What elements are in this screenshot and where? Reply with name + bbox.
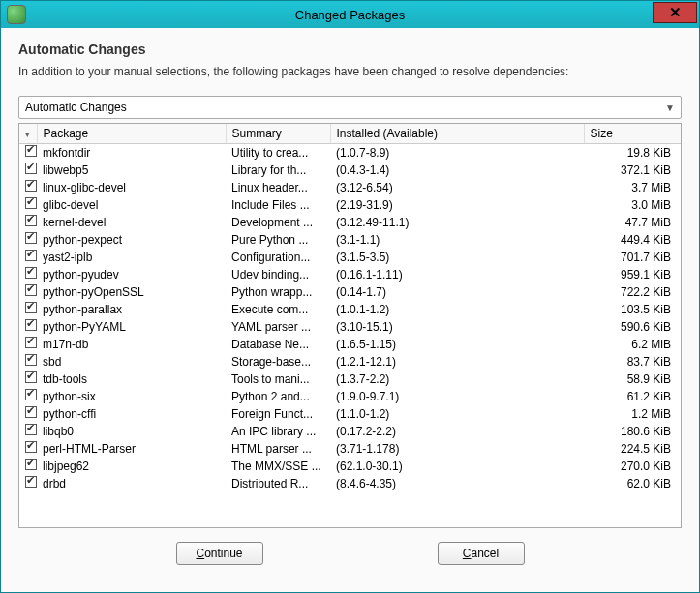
cell-summary: Pure Python ... [226, 231, 330, 249]
install-status-icon [25, 163, 37, 174]
cell-summary: Execute com... [226, 301, 330, 318]
table-row[interactable]: libwebp5Library for th...(0.4.3-1.4)372.… [19, 162, 681, 179]
cell-size: 62.0 KiB [584, 475, 681, 492]
install-status-icon [25, 232, 37, 244]
app-icon [7, 5, 26, 24]
cell-package: python-pyudev [37, 266, 226, 283]
cell-summary: Python 2 and... [226, 388, 330, 405]
cell-installed: (1.2.1-12.1) [330, 353, 584, 371]
cell-summary: Storage-base... [226, 353, 330, 371]
cell-package: libjpeg62 [37, 458, 226, 475]
cell-package: python-pexpect [37, 231, 226, 249]
cancel-rest: ancel [471, 547, 499, 560]
cell-installed: (8.4.6-4.35) [330, 475, 584, 492]
column-header-installed[interactable]: Installed (Available) [330, 124, 584, 144]
table-row[interactable]: libqb0An IPC library ...(0.17.2-2.2)180.… [19, 423, 681, 440]
table-row[interactable]: python-sixPython 2 and...(1.9.0-9.7.1)61… [19, 388, 681, 405]
table-row[interactable]: python-pyudevUdev binding...(0.16.1-1.11… [19, 266, 681, 283]
table-row[interactable]: m17n-dbDatabase Ne...(1.6.5-1.15)6.2 MiB [19, 336, 681, 353]
column-header-summary[interactable]: Summary [226, 124, 330, 144]
table-row[interactable]: drbdDistributed R...(8.4.6-4.35)62.0 KiB [19, 475, 681, 492]
titlebar[interactable]: Changed Packages ✕ [1, 1, 699, 28]
column-header-size[interactable]: Size [584, 124, 681, 144]
cell-package: kernel-devel [37, 214, 226, 231]
cell-installed: (1.1.0-1.2) [330, 405, 584, 423]
cell-size: 959.1 KiB [584, 266, 681, 283]
cell-package: m17n-db [37, 336, 226, 353]
install-status-icon [25, 267, 37, 279]
cell-size: 103.5 KiB [584, 301, 681, 318]
cell-size: 61.2 KiB [584, 388, 681, 405]
cell-size: 1.2 MiB [584, 405, 681, 423]
cell-size: 180.6 KiB [584, 423, 681, 440]
changes-category-dropdown[interactable]: Automatic Changes ▼ [18, 96, 682, 119]
cell-summary: Utility to crea... [226, 144, 330, 162]
continue-button[interactable]: Continue [176, 542, 263, 565]
cell-size: 83.7 KiB [584, 353, 681, 371]
table-row[interactable]: kernel-develDevelopment ...(3.12.49-11.1… [19, 214, 681, 231]
install-status-icon [25, 389, 37, 400]
cell-size: 372.1 KiB [584, 162, 681, 179]
table-row[interactable]: python-parallaxExecute com...(1.0.1-1.2)… [19, 301, 681, 318]
cell-summary: Tools to mani... [226, 371, 330, 388]
cell-installed: (1.0.7-8.9) [330, 144, 584, 162]
close-button[interactable]: ✕ [653, 2, 697, 23]
dropdown-label: Automatic Changes [25, 101, 127, 114]
cell-summary: Udev binding... [226, 266, 330, 283]
table-row[interactable]: yast2-iplbConfiguration...(3.1.5-3.5)701… [19, 249, 681, 266]
cell-package: python-cffi [37, 405, 226, 423]
table-header-row: ▾ Package Summary Installed (Available) … [19, 124, 681, 144]
table-row[interactable]: python-cffiForeign Funct...(1.1.0-1.2)1.… [19, 405, 681, 423]
table-row[interactable]: python-PyYAMLYAML parser ...(3.10-15.1)5… [19, 318, 681, 336]
packages-table-wrap: ▾ Package Summary Installed (Available) … [18, 123, 682, 528]
column-header-status[interactable]: ▾ [19, 124, 37, 144]
cell-summary: HTML parser ... [226, 440, 330, 458]
cell-package: mkfontdir [37, 144, 226, 162]
install-status-icon [25, 371, 37, 383]
install-status-icon [25, 319, 37, 331]
column-header-package[interactable]: Package [37, 124, 226, 144]
cell-summary: An IPC library ... [226, 423, 330, 440]
table-row[interactable]: tdb-toolsTools to mani...(1.3.7-2.2)58.9… [19, 371, 681, 388]
table-row[interactable]: libjpeg62The MMX/SSE ...(62.1.0-30.1)270… [19, 458, 681, 475]
cell-summary: YAML parser ... [226, 318, 330, 336]
cell-package: sbd [37, 353, 226, 371]
cell-installed: (1.3.7-2.2) [330, 371, 584, 388]
cell-summary: Configuration... [226, 249, 330, 266]
cell-installed: (3.71-1.178) [330, 440, 584, 458]
install-status-icon [25, 424, 37, 435]
table-row[interactable]: linux-glibc-develLinux header...(3.12-6.… [19, 179, 681, 196]
cell-package: drbd [37, 475, 226, 492]
install-status-icon [25, 354, 37, 366]
cell-package: python-parallax [37, 301, 226, 318]
cell-size: 6.2 MiB [584, 336, 681, 353]
page-heading: Automatic Changes [18, 42, 682, 57]
cell-summary: Library for th... [226, 162, 330, 179]
cell-installed: (1.6.5-1.15) [330, 336, 584, 353]
cell-installed: (1.0.1-1.2) [330, 301, 584, 318]
cell-installed: (1.9.0-9.7.1) [330, 388, 584, 405]
table-row[interactable]: python-pyOpenSSLPython wrapp...(0.14-1.7… [19, 283, 681, 301]
install-status-icon [25, 302, 37, 313]
cell-installed: (0.14-1.7) [330, 283, 584, 301]
table-row[interactable]: sbdStorage-base...(1.2.1-12.1)83.7 KiB [19, 353, 681, 371]
cell-package: perl-HTML-Parser [37, 440, 226, 458]
table-row[interactable]: mkfontdirUtility to crea...(1.0.7-8.9)19… [19, 144, 681, 162]
continue-rest: ontinue [204, 547, 242, 560]
cell-summary: Development ... [226, 214, 330, 231]
cell-installed: (62.1.0-30.1) [330, 458, 584, 475]
table-row[interactable]: perl-HTML-ParserHTML parser ...(3.71-1.1… [19, 440, 681, 458]
cell-installed: (2.19-31.9) [330, 196, 584, 214]
cell-size: 19.8 KiB [584, 144, 681, 162]
cell-installed: (3.1-1.1) [330, 231, 584, 249]
table-row[interactable]: python-pexpectPure Python ...(3.1-1.1)44… [19, 231, 681, 249]
cell-installed: (3.1.5-3.5) [330, 249, 584, 266]
cell-size: 58.9 KiB [584, 371, 681, 388]
dialog-window: Changed Packages ✕ Automatic Changes In … [0, 0, 700, 593]
chevron-down-icon: ▼ [665, 103, 675, 113]
cancel-button[interactable]: Cancel [438, 542, 525, 565]
cell-summary: Include Files ... [226, 196, 330, 214]
window-title: Changed Packages [295, 8, 405, 22]
cell-size: 224.5 KiB [584, 440, 681, 458]
table-row[interactable]: glibc-develInclude Files ...(2.19-31.9)3… [19, 196, 681, 214]
